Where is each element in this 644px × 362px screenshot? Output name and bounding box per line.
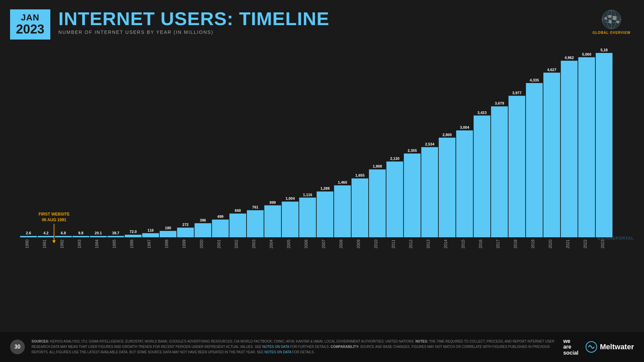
bar-value-2008: 1,460 bbox=[338, 180, 347, 184]
was-line3: social bbox=[563, 350, 578, 356]
bar-year-2019: 2019 bbox=[531, 240, 535, 249]
bar-value-2000: 396 bbox=[200, 218, 206, 222]
bar-2020 bbox=[543, 73, 560, 237]
meltwater-logo: Meltwater bbox=[585, 341, 634, 353]
date-box: JAN 2023 bbox=[10, 9, 50, 40]
chart-svg: 2.619904.219916.819929.8199320.1199438.7… bbox=[17, 43, 634, 264]
bar-2022 bbox=[578, 57, 595, 237]
meltwater-icon bbox=[585, 341, 597, 353]
bar-value-2003: 761 bbox=[252, 205, 258, 209]
bar-year-2011: 2011 bbox=[391, 240, 396, 249]
bar-value-1990: 2.6 bbox=[26, 231, 31, 235]
footer: 30 SOURCES: KEPIOS ANALYSIS; ITU; GSMA I… bbox=[0, 332, 644, 362]
bar-value-2021: 4,962 bbox=[565, 56, 574, 60]
bar-value-2006: 1,116 bbox=[303, 193, 312, 197]
bar-value-2019: 4,335 bbox=[530, 78, 539, 82]
bar-year-1990: 1990 bbox=[25, 240, 30, 249]
bar-2014 bbox=[439, 138, 455, 237]
bar-2001 bbox=[212, 220, 229, 237]
bar-year-2018: 2018 bbox=[513, 240, 518, 249]
bar-2002 bbox=[229, 214, 246, 237]
bar-2013 bbox=[421, 147, 438, 237]
page-title: INTERNET USERS: TIMELINE bbox=[58, 9, 584, 28]
bar-value-1996: 72.0 bbox=[129, 230, 137, 234]
bar-year-1992: 1992 bbox=[60, 240, 64, 249]
bar-year-2001: 2001 bbox=[217, 240, 221, 249]
first-website-annotation: FIRST WEBSITE 06 AUG 1991 bbox=[39, 212, 70, 241]
bar-2021 bbox=[561, 61, 578, 238]
bar-value-2002: 668 bbox=[235, 208, 241, 213]
bar-2007 bbox=[317, 192, 333, 238]
meltwater-text: Meltwater bbox=[600, 343, 634, 351]
bar-year-2006: 2006 bbox=[304, 240, 309, 249]
bar-value-2004: 899 bbox=[270, 200, 276, 204]
bar-2011 bbox=[386, 162, 403, 237]
title-area: INTERNET USERS: TIMELINE NUMBER OF INTER… bbox=[58, 9, 584, 35]
bar-2023 bbox=[596, 53, 612, 237]
bar-year-1995: 1995 bbox=[112, 240, 117, 249]
bar-2008 bbox=[334, 185, 351, 237]
bar-year-2007: 2007 bbox=[321, 240, 326, 249]
bar-2018 bbox=[508, 96, 525, 237]
bar-value-1999: 272 bbox=[182, 223, 189, 227]
bar-year-2002: 2002 bbox=[234, 240, 239, 249]
bar-year-1993: 1993 bbox=[77, 240, 82, 249]
bar-1994 bbox=[90, 236, 107, 237]
comparability-text2: FOR DETAILS. bbox=[292, 350, 315, 354]
bar-year-1999: 1999 bbox=[182, 240, 186, 249]
bar-year-2010: 2010 bbox=[374, 240, 378, 249]
bar-year-2015: 2015 bbox=[461, 240, 466, 249]
bar-2019 bbox=[526, 83, 543, 237]
watermark: DATAREPORTAL bbox=[597, 236, 634, 241]
comparability-link: NOTES ON DATA bbox=[264, 350, 291, 354]
bar-value-1998: 180 bbox=[165, 226, 171, 230]
bar-year-2004: 2004 bbox=[269, 240, 274, 249]
global-overview-label: GLOBAL OVERVIEW bbox=[592, 31, 631, 35]
notes-label: NOTES: bbox=[415, 340, 428, 343]
bar-value-2005: 1,004 bbox=[285, 197, 295, 201]
bar-year-2022: 2022 bbox=[583, 240, 588, 249]
bar-year-2020: 2020 bbox=[548, 240, 553, 249]
bar-value-1993: 9.8 bbox=[78, 231, 83, 235]
sources-text: KEPIOS ANALYSIS; ITU; GSMA INTELLIGENCE;… bbox=[50, 340, 415, 343]
bar-year-1996: 1996 bbox=[129, 240, 134, 249]
bar-1996 bbox=[125, 235, 142, 238]
globe-icon bbox=[598, 9, 625, 29]
bar-year-2023: 2023 bbox=[600, 240, 605, 249]
bar-1998 bbox=[160, 231, 176, 237]
header: JAN 2023 INTERNET USERS: TIMELINE NUMBER… bbox=[0, 0, 644, 40]
month-label: JAN bbox=[15, 13, 45, 22]
bar-2015 bbox=[456, 130, 473, 237]
bar-year-2017: 2017 bbox=[496, 240, 500, 249]
we-are-social-logo: we are social bbox=[563, 338, 578, 356]
notes-link: NOTES ON DATA bbox=[262, 345, 289, 349]
bar-value-1997: 116 bbox=[148, 228, 154, 232]
globe-area: GLOBAL OVERVIEW bbox=[592, 9, 631, 35]
bar-1997 bbox=[142, 233, 159, 237]
bar-value-2020: 4,627 bbox=[547, 68, 556, 72]
bar-year-2013: 2013 bbox=[426, 240, 431, 249]
bar-value-2009: 1,655 bbox=[355, 174, 365, 178]
page-number: 30 bbox=[10, 340, 25, 354]
bar-year-2003: 2003 bbox=[252, 240, 256, 249]
bar-year-2008: 2008 bbox=[339, 240, 343, 249]
bar-value-2022: 5,060 bbox=[582, 52, 591, 56]
chart-container: 2.619904.219916.819929.8199320.1199438.7… bbox=[0, 43, 644, 271]
bar-year-2009: 2009 bbox=[356, 240, 361, 249]
bar-2005 bbox=[282, 202, 299, 238]
bar-value-2015: 3,004 bbox=[460, 125, 469, 129]
comparability-label: COMPARABILITY: bbox=[330, 345, 359, 349]
bar-value-1994: 20.1 bbox=[95, 231, 102, 235]
bar-1990 bbox=[20, 236, 37, 237]
bar-value-2012: 2,355 bbox=[408, 148, 417, 153]
notes-text2: FOR FURTHER DETAILS. bbox=[290, 345, 330, 349]
bar-year-2012: 2012 bbox=[409, 240, 413, 249]
bar-value-2016: 3,423 bbox=[477, 111, 487, 115]
bar-year-2000: 2000 bbox=[199, 240, 204, 249]
bar-year-2014: 2014 bbox=[443, 240, 448, 249]
bar-2000 bbox=[195, 223, 211, 237]
footer-logos: we are social Meltwater bbox=[563, 338, 634, 356]
year-label: 2023 bbox=[15, 22, 45, 37]
bar-2003 bbox=[247, 210, 264, 238]
bar-value-2001: 499 bbox=[217, 215, 223, 219]
